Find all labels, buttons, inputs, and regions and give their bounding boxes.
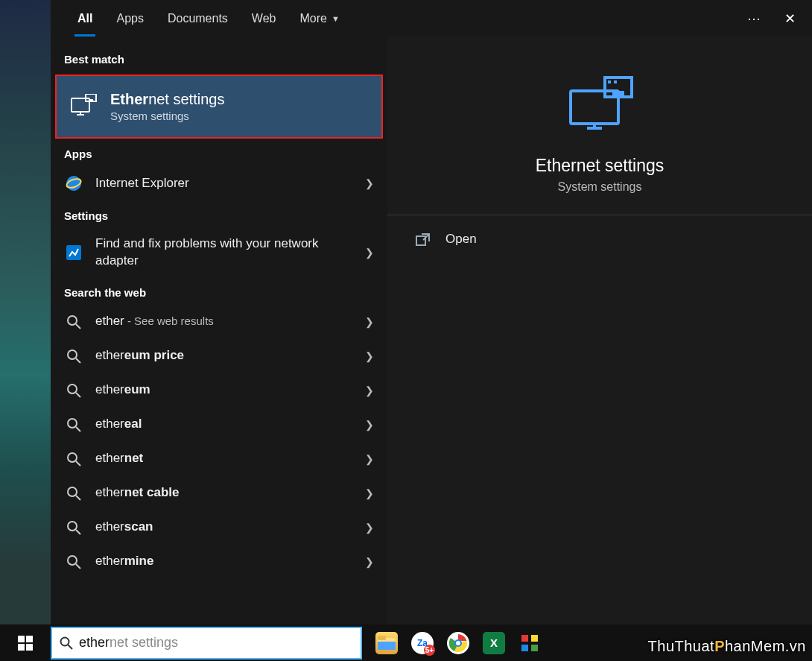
preview-column: Ethernet settings System settings Open <box>387 37 812 624</box>
svg-rect-30 <box>614 80 617 83</box>
svg-line-13 <box>76 393 80 397</box>
section-apps: Apps <box>51 148 387 166</box>
best-match-result[interactable]: Ethernet settings System settings <box>55 75 383 139</box>
tab-all[interactable]: All <box>66 0 104 37</box>
svg-point-8 <box>68 316 77 325</box>
preview-action-open[interactable]: Open <box>387 215 812 263</box>
chevron-right-icon: ❯ <box>365 419 374 431</box>
result-internet-explorer[interactable]: Internet Explorer ❯ <box>51 166 387 200</box>
svg-line-17 <box>76 461 80 466</box>
section-settings: Settings <box>51 209 387 228</box>
taskbar: ethernet settings Za 5+ X <box>0 624 812 661</box>
result-fix-network-label: Find and fix problems with your network … <box>95 235 365 270</box>
svg-line-9 <box>76 324 80 329</box>
chevron-down-icon: ▼ <box>332 14 340 23</box>
web-result-6[interactable]: etherscan❯ <box>51 510 387 545</box>
taskbar-search-input[interactable]: ethernet settings <box>51 627 362 660</box>
start-button[interactable] <box>0 624 51 661</box>
chevron-right-icon: ❯ <box>365 177 374 189</box>
search-typed: ether <box>79 635 110 650</box>
app-grid-icon[interactable] <box>518 632 541 654</box>
zalo-icon[interactable]: Za 5+ <box>411 632 434 654</box>
ethernet-settings-icon <box>70 92 98 121</box>
file-explorer-icon[interactable] <box>375 632 398 654</box>
web-result-label: ether - See web results <box>95 313 365 330</box>
svg-line-21 <box>76 530 80 534</box>
search-icon <box>64 381 83 400</box>
svg-point-16 <box>68 453 77 462</box>
section-search-web: Search the web <box>51 286 387 305</box>
svg-point-12 <box>68 385 77 393</box>
notification-badge: 5+ <box>424 645 435 656</box>
svg-line-23 <box>76 564 80 569</box>
result-fix-network[interactable]: Find and fix problems with your network … <box>51 228 387 277</box>
chevron-right-icon: ❯ <box>365 247 374 259</box>
chevron-right-icon: ❯ <box>365 385 374 396</box>
chevron-right-icon: ❯ <box>365 316 374 328</box>
svg-point-36 <box>61 637 69 645</box>
web-result-0[interactable]: ether - See web results❯ <box>51 305 387 339</box>
svg-line-15 <box>76 427 80 431</box>
svg-point-10 <box>68 350 77 359</box>
svg-line-37 <box>68 645 72 649</box>
chevron-right-icon: ❯ <box>365 453 374 465</box>
svg-rect-44 <box>521 635 528 642</box>
svg-rect-0 <box>72 98 89 112</box>
panel-top-right: ⋯ ✕ <box>738 0 806 37</box>
windows-logo-icon <box>18 636 33 651</box>
close-button[interactable]: ✕ <box>773 2 806 35</box>
svg-rect-47 <box>531 645 538 651</box>
best-match-subtitle: System settings <box>110 110 224 122</box>
svg-rect-28 <box>612 91 624 98</box>
preview-title: Ethernet settings <box>387 156 812 176</box>
tab-apps[interactable]: Apps <box>104 0 155 37</box>
ellipsis-icon: ⋯ <box>747 10 761 27</box>
web-result-label: ethernet <box>95 450 365 467</box>
best-match-text: Ethernet settings System settings <box>110 91 224 122</box>
svg-point-22 <box>68 556 77 565</box>
search-icon <box>64 312 83 332</box>
svg-rect-39 <box>378 636 386 640</box>
chevron-right-icon: ❯ <box>365 487 374 499</box>
preview-open-label: Open <box>445 232 477 247</box>
search-typed-text: ethernet settings <box>79 635 178 651</box>
excel-label: X <box>490 636 498 649</box>
web-result-3[interactable]: ethereal❯ <box>51 408 387 442</box>
search-tabs: All Apps Documents Web More▼ <box>51 0 812 37</box>
svg-point-20 <box>68 522 77 531</box>
preview-header: Ethernet settings System settings <box>387 37 812 215</box>
tab-web-label: Web <box>252 12 276 25</box>
chevron-right-icon: ❯ <box>365 522 374 534</box>
svg-rect-34 <box>18 644 25 651</box>
search-icon <box>64 347 83 366</box>
web-result-4[interactable]: ethernet❯ <box>51 442 387 476</box>
chrome-icon[interactable] <box>447 632 469 654</box>
tab-documents[interactable]: Documents <box>156 0 240 37</box>
tab-web[interactable]: Web <box>240 0 288 37</box>
chevron-right-icon: ❯ <box>365 350 374 362</box>
svg-line-11 <box>76 358 80 363</box>
svg-rect-31 <box>416 236 425 245</box>
result-ie-label: Internet Explorer <box>95 175 365 192</box>
web-result-2[interactable]: ethereum❯ <box>51 373 387 408</box>
svg-point-18 <box>68 487 77 496</box>
web-result-7[interactable]: ethermine❯ <box>51 545 387 579</box>
tab-documents-label: Documents <box>168 12 228 25</box>
svg-point-5 <box>66 176 81 191</box>
web-result-5[interactable]: ethernet cable❯ <box>51 476 387 510</box>
web-result-1[interactable]: ethereum price❯ <box>51 339 387 373</box>
svg-rect-33 <box>26 636 33 642</box>
svg-line-19 <box>76 496 80 500</box>
search-icon <box>64 552 83 572</box>
more-options-button[interactable]: ⋯ <box>738 2 770 35</box>
svg-rect-4 <box>89 99 93 102</box>
web-result-label: ethereum price <box>95 347 365 364</box>
web-result-label: ethereum <box>95 382 365 399</box>
excel-icon[interactable]: X <box>483 632 505 654</box>
start-search-panel: All Apps Documents Web More▼ ⋯ ✕ Best ma… <box>51 0 812 624</box>
svg-rect-2 <box>80 112 81 115</box>
tab-more[interactable]: More▼ <box>288 0 351 37</box>
tab-all-label: All <box>77 12 92 25</box>
web-result-label: ethermine <box>95 553 365 570</box>
svg-rect-26 <box>593 124 596 128</box>
